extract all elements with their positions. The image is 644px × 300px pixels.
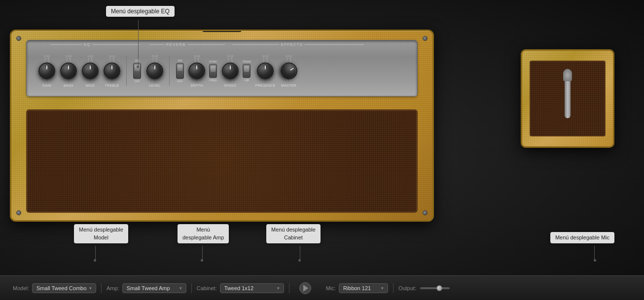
trem-switch-group[interactable]: TREM VIB xyxy=(243,60,251,82)
amp-dropdown-value: Small Tweed Amp xyxy=(127,285,178,291)
output-label: Output: xyxy=(398,285,416,291)
reverb-toggle[interactable] xyxy=(133,63,141,79)
model-dropdown-value: Small Tweed Combo xyxy=(36,285,87,291)
cabinet-label: Cabinet: xyxy=(197,285,217,291)
amp-body: EQ REVERB EFFECTS 3 4 6 xyxy=(10,30,439,227)
mic-dropdown-value: Ribbon 121 xyxy=(343,285,379,291)
mids-knob[interactable] xyxy=(82,63,99,79)
controls-panel: EQ REVERB EFFECTS 3 4 6 xyxy=(26,40,418,97)
treble-knob-group[interactable]: 3 4 6 2 8 1 9 0 0 TREBLE xyxy=(104,55,120,87)
cabinet-dropdown-arrow: ▾ xyxy=(277,286,280,291)
sync-toggle[interactable] xyxy=(209,64,217,78)
screw-bl xyxy=(16,210,21,215)
amp-label: Amp: xyxy=(107,285,119,291)
sep1 xyxy=(126,56,127,86)
depth-knob[interactable] xyxy=(188,63,205,79)
amp-handle xyxy=(202,30,242,32)
model-dropdown-arrow: ▾ xyxy=(89,286,92,291)
effects-switch-group[interactable]: ON OFF xyxy=(176,59,184,83)
mic-dropdown-arrow: ▾ xyxy=(381,286,384,291)
screw-tr xyxy=(423,36,428,41)
speaker-grille xyxy=(26,109,418,213)
master-knob-group[interactable]: 3 4 6 2 8 1 9 0 0 MASTER xyxy=(281,55,297,87)
free-label: FREE xyxy=(209,79,217,82)
master-knob[interactable] xyxy=(277,59,300,82)
speed-knob[interactable] xyxy=(222,63,239,79)
effects-toggle[interactable] xyxy=(176,63,184,79)
mic-section: Mic: Ribbon 121 ▾ xyxy=(321,283,394,293)
play-button[interactable] xyxy=(299,282,311,294)
output-section: Output: xyxy=(394,285,450,291)
cabinet-dropdown-value: Tweed 1x12 xyxy=(224,285,275,291)
sync-switch-group[interactable]: SYNC FREE xyxy=(209,60,217,82)
cabinet xyxy=(521,49,614,148)
amp-dropdown[interactable]: Small Tweed Amp ▾ xyxy=(122,283,186,293)
bass-knob[interactable] xyxy=(60,63,77,79)
amp-dropdown-arrow: ▾ xyxy=(179,286,182,291)
mic-label: Mic: xyxy=(326,285,336,291)
level-knob[interactable] xyxy=(146,63,163,79)
level-knob-group[interactable]: 3 4 6 2 8 1 9 0 0 LEVEL xyxy=(146,55,163,87)
output-slider-track xyxy=(420,287,450,289)
bottom-bar: Model: Small Tweed Combo ▾ Amp: Small Tw… xyxy=(0,275,644,300)
mic-dropdown[interactable]: Ribbon 121 ▾ xyxy=(339,283,388,293)
screw-br xyxy=(423,210,428,215)
model-section: Model: Small Tweed Combo ▾ xyxy=(8,283,102,293)
presence-knob[interactable] xyxy=(257,63,274,79)
amp-section: Amp: Small Tweed Amp ▾ xyxy=(102,283,192,293)
presence-knob-group[interactable]: 3 4 6 2 8 1 9 0 0 PRESENCE xyxy=(255,55,276,87)
trem-label: TREM xyxy=(243,60,251,63)
microphone xyxy=(565,69,571,118)
cabinet-grille xyxy=(530,61,606,136)
vib-label: VIB xyxy=(244,79,249,82)
reverb-on-label: ON xyxy=(135,59,140,62)
screw-tl xyxy=(16,36,21,41)
mids-knob-group[interactable]: 3 4 6 2 8 1 9 0 0 MIDS xyxy=(82,55,99,87)
model-dropdown[interactable]: Small Tweed Combo ▾ xyxy=(32,283,96,293)
reverb-off-label: OFF xyxy=(134,80,140,83)
depth-knob-group[interactable]: 3 4 6 2 8 1 9 0 0 DEPTH xyxy=(188,55,205,87)
trem-toggle[interactable] xyxy=(243,64,250,78)
cabinet-dropdown[interactable]: Tweed 1x12 ▾ xyxy=(220,283,284,293)
play-icon xyxy=(303,285,308,292)
speed-knob-group[interactable]: 3 4 6 2 8 1 9 0 0 SPEED xyxy=(222,55,239,87)
model-label: Model: xyxy=(13,285,29,291)
sep2 xyxy=(169,56,170,86)
mic-head xyxy=(563,69,572,81)
effects-off-label: OFF xyxy=(177,80,183,83)
bass-knob-group[interactable]: 3 4 6 2 8 1 9 0 0 BASS xyxy=(60,55,77,87)
effects-on-label: ON xyxy=(178,59,182,62)
reverb-switch-group[interactable]: ON OFF xyxy=(133,59,141,83)
gain-knob[interactable] xyxy=(38,63,55,79)
treble-knob[interactable] xyxy=(104,63,120,79)
gain-knob-group[interactable]: 3 4 6 2 8 1 9 0 0 GAIN xyxy=(38,55,55,87)
sync-label: SYNC xyxy=(209,60,217,63)
cabinet-section: Cabinet: Tweed 1x12 ▾ xyxy=(192,283,289,293)
output-slider-thumb[interactable] xyxy=(436,285,442,291)
